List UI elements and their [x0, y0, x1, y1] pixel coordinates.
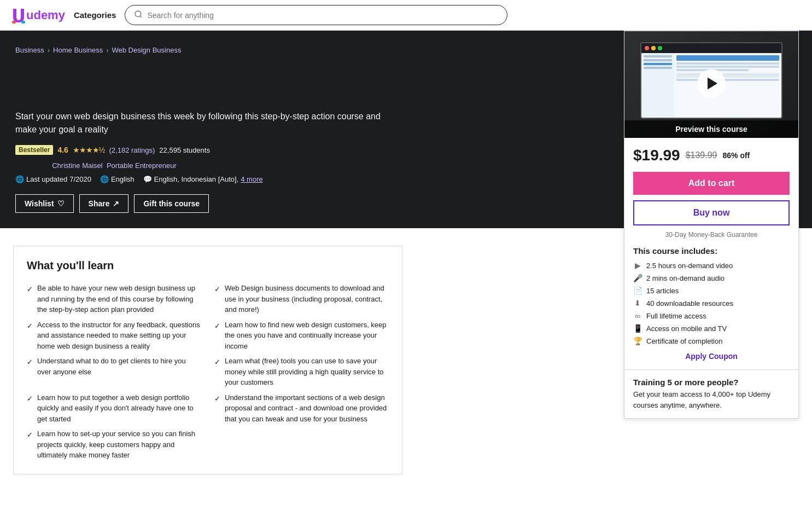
- price-original: $139.99: [686, 150, 717, 160]
- play-button[interactable]: [697, 69, 726, 97]
- learn-item-6: ✓ Learn how to find new web design custo…: [214, 320, 389, 352]
- breadcrumb-home-business[interactable]: Home Business: [53, 46, 103, 54]
- learn-section: What you'll learn ✓ Be able to have your…: [13, 246, 402, 474]
- video-icon: ▶: [633, 261, 642, 270]
- learn-item-3: ✓ Learn how to put together a web design…: [27, 392, 201, 425]
- learn-text-0: Be able to have your new web design busi…: [37, 283, 201, 315]
- check-icon-5: ✓: [214, 284, 220, 295]
- training-title: Training 5 or more people?: [633, 378, 790, 387]
- learn-text-4: Learn how to set-up your service so you …: [37, 428, 201, 461]
- globe-icon: 🌐: [15, 175, 24, 183]
- training-section: Training 5 or more people? Get your team…: [624, 369, 798, 418]
- includes-articles-text: 15 articles: [646, 287, 679, 295]
- articles-icon: 📄: [633, 286, 642, 295]
- infinity-icon: ∞: [633, 311, 642, 320]
- gift-button[interactable]: Gift this course: [134, 194, 209, 213]
- students-count: 22,595 students: [159, 146, 210, 154]
- includes-lifetime-text: Full lifetime access: [646, 312, 706, 320]
- sidebar-card: Preview this course $19.99 $139.99 86% o…: [624, 31, 799, 419]
- includes-certificate: 🏆 Certificate of completion: [633, 337, 790, 345]
- learn-item-8: ✓ Understand the important sections of a…: [214, 392, 389, 425]
- categories-button[interactable]: Categories: [74, 10, 116, 20]
- price-row: $19.99 $139.99 86% off: [633, 147, 790, 164]
- search-icon: [134, 10, 143, 20]
- includes-mobile-text: Access on mobile and TV: [646, 324, 727, 333]
- hero-section: Business › Home Business › Web Design Bu…: [0, 31, 812, 228]
- includes-video: ▶ 2.5 hours on-demand video: [633, 261, 790, 270]
- last-updated-label: Last updated: [26, 175, 67, 183]
- mobile-icon: 📱: [633, 324, 642, 333]
- includes-certificate-text: Certificate of completion: [646, 337, 722, 345]
- learn-item-0: ✓ Be able to have your new web design bu…: [27, 283, 201, 315]
- navbar: udemy Categories: [0, 0, 812, 31]
- course-info: 🌐 Last updated 7/2020 🌐 English 💬 Englis…: [15, 175, 615, 183]
- search-bar[interactable]: [125, 5, 507, 25]
- learn-item-7: ✓ Learn what (free) tools you can use to…: [214, 356, 389, 388]
- buy-now-button[interactable]: Buy now: [633, 200, 790, 225]
- certificate-icon: 🏆: [633, 337, 642, 345]
- language-icon: 🌐: [100, 175, 109, 183]
- course-meta: Bestseller 4.6 ★★★★½ (2,182 ratings) 22,…: [15, 145, 615, 155]
- check-icon-1: ✓: [27, 321, 33, 332]
- course-creator: Created by Christine Maisel, Portable En…: [15, 161, 615, 170]
- includes-lifetime: ∞ Full lifetime access: [633, 311, 790, 320]
- add-to-cart-button[interactable]: Add to cart: [633, 172, 790, 195]
- svg-rect-0: [12, 21, 16, 24]
- learn-text-8: Understand the important sections of a w…: [225, 392, 389, 425]
- creator-label: Created by: [15, 161, 50, 170]
- last-updated-item: 🌐 Last updated 7/2020: [15, 175, 91, 183]
- learn-text-5: Web Design business documents to downloa…: [225, 283, 389, 315]
- search-input[interactable]: [147, 11, 498, 20]
- includes-resources: ⬇ 40 downloadable resources: [633, 299, 790, 308]
- udemy-logo[interactable]: udemy: [9, 5, 65, 25]
- udemy-wordmark: udemy: [26, 8, 65, 22]
- preview-label: Preview this course: [624, 120, 798, 138]
- learn-text-3: Learn how to put together a web design p…: [37, 392, 201, 425]
- creator-link-2[interactable]: Portable Entrepreneur: [107, 161, 177, 170]
- main-content: What you'll learn ✓ Be able to have your…: [0, 228, 416, 505]
- includes-list: ▶ 2.5 hours on-demand video 🎤 2 mins on-…: [633, 261, 790, 345]
- captions-icon: 💬: [143, 175, 152, 183]
- course-subtitle: Start your own web design business this …: [15, 110, 387, 136]
- check-icon-0: ✓: [27, 284, 33, 295]
- learn-text-7: Learn what (free) tools you can use to s…: [225, 356, 389, 388]
- money-back-guarantee: 30-Day Money-Back Guarantee: [633, 231, 790, 239]
- captions-value: English, Indonesian [Auto],: [154, 175, 239, 183]
- breadcrumb-sep-1: ›: [48, 46, 50, 54]
- course-actions: Wishlist ♡ Share ↗ Gift this course: [15, 194, 615, 213]
- includes-video-text: 2.5 hours on-demand video: [646, 262, 733, 270]
- rating-count: (2,182 ratings): [109, 146, 155, 154]
- preview-section[interactable]: Preview this course: [624, 31, 798, 138]
- learn-item-4: ✓ Learn how to set-up your service so yo…: [27, 428, 201, 461]
- wishlist-label: Wishlist: [25, 199, 54, 208]
- training-text: Get your team access to 4,000+ top Udemy…: [633, 389, 790, 410]
- price-current: $19.99: [633, 147, 680, 164]
- learn-text-6: Learn how to find new web design custome…: [225, 320, 389, 352]
- breadcrumb: Business › Home Business › Web Design Bu…: [15, 46, 615, 54]
- breadcrumb-business[interactable]: Business: [15, 46, 44, 54]
- bestseller-badge: Bestseller: [15, 145, 53, 155]
- check-icon-2: ✓: [27, 357, 33, 368]
- creator-link-1[interactable]: Christine Maisel: [52, 161, 102, 170]
- heart-icon: ♡: [57, 199, 65, 208]
- learn-item-1: ✓ Access to the instructor for any feedb…: [27, 320, 201, 352]
- apply-coupon-link[interactable]: Apply Coupon: [633, 352, 790, 361]
- course-title: Start & Run a Successful Web Design Busi…: [15, 61, 387, 103]
- includes-mobile: 📱 Access on mobile and TV: [633, 324, 790, 333]
- check-icon-6: ✓: [214, 321, 220, 332]
- breadcrumb-web-design[interactable]: Web Design Business: [112, 46, 181, 54]
- star-rating: ★★★★½: [73, 146, 105, 154]
- learn-text-1: Access to the instructor for any feedbac…: [37, 320, 201, 352]
- sidebar-body: $19.99 $139.99 86% off Add to cart Buy n…: [624, 138, 798, 369]
- more-link[interactable]: 4 more: [241, 175, 262, 183]
- price-discount: 86% off: [722, 151, 750, 160]
- check-icon-7: ✓: [214, 357, 220, 368]
- wishlist-button[interactable]: Wishlist ♡: [15, 194, 74, 213]
- includes-title: This course includes:: [633, 246, 790, 256]
- share-button[interactable]: Share ↗: [79, 194, 129, 213]
- learn-item-5: ✓ Web Design business documents to downl…: [214, 283, 389, 315]
- includes-audio: 🎤 2 mins on-demand audio: [633, 274, 790, 282]
- share-label: Share: [89, 199, 110, 208]
- check-icon-4: ✓: [27, 430, 33, 441]
- learn-item-2: ✓ Understand what to do to get clients t…: [27, 356, 201, 388]
